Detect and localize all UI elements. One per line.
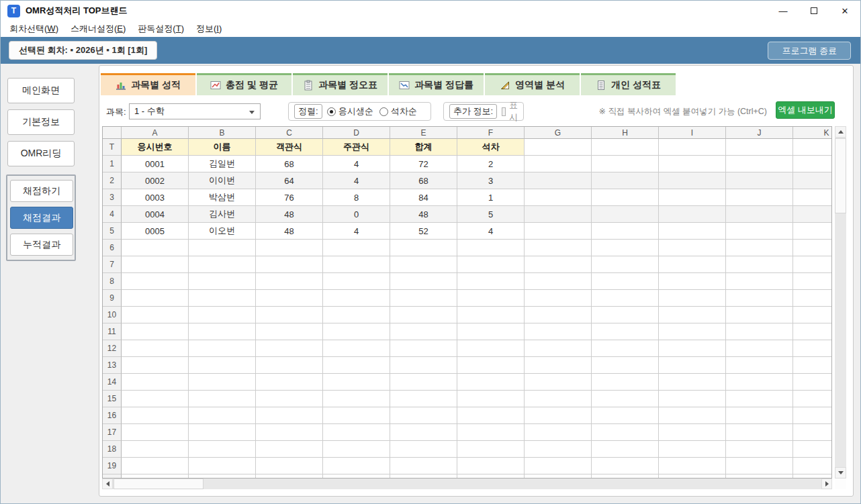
cell-A18[interactable] — [122, 441, 189, 458]
cell-C5[interactable]: 48 — [256, 223, 323, 240]
cell-I1[interactable] — [659, 156, 726, 172]
vertical-scrollbar-thumb[interactable] — [835, 138, 846, 213]
menu-item-4[interactable]: 정보(I) — [190, 21, 228, 37]
cell-F9[interactable] — [457, 290, 525, 307]
cell-I9[interactable] — [659, 290, 726, 307]
cell-K14[interactable] — [793, 374, 832, 391]
header-cell-I[interactable] — [659, 139, 726, 156]
cell-B16[interactable] — [189, 407, 256, 424]
cell-A6[interactable] — [122, 240, 189, 256]
cell-G3[interactable] — [525, 189, 592, 206]
cell-F18[interactable] — [457, 441, 525, 458]
row-number[interactable]: 2 — [103, 172, 122, 189]
column-header-D[interactable]: D — [323, 127, 390, 139]
cell-D2[interactable]: 4 — [323, 172, 390, 189]
cell-J2[interactable] — [726, 172, 793, 189]
cell-C11[interactable] — [256, 323, 323, 340]
cell-D12[interactable] — [323, 340, 390, 357]
cell-D6[interactable] — [323, 240, 390, 256]
cell-K5[interactable] — [793, 223, 832, 240]
cell-H19[interactable] — [592, 458, 659, 474]
cell-D11[interactable] — [323, 323, 390, 340]
cell-G1[interactable] — [525, 156, 592, 172]
cell-D16[interactable] — [323, 407, 390, 424]
cell-E17[interactable] — [390, 424, 457, 441]
cell-J15[interactable] — [726, 391, 793, 407]
cell-G4[interactable] — [525, 206, 592, 223]
cell-K9[interactable] — [793, 290, 832, 307]
program-exit-button[interactable]: 프로그램 종료 — [768, 42, 851, 60]
cell-F4[interactable]: 5 — [457, 206, 525, 223]
cell-E5[interactable]: 52 — [390, 223, 457, 240]
cell-I18[interactable] — [659, 441, 726, 458]
row-number[interactable]: 19 — [103, 458, 122, 474]
cell-A17[interactable] — [122, 424, 189, 441]
cell-J4[interactable] — [726, 206, 793, 223]
cell-K12[interactable] — [793, 340, 832, 357]
cell-A3[interactable]: 0003 — [122, 189, 189, 206]
sidebar-item-group-3[interactable]: 누적결과 — [10, 234, 73, 256]
cell-H4[interactable] — [592, 206, 659, 223]
cell-F5[interactable]: 4 — [457, 223, 525, 240]
cell-B13[interactable] — [189, 357, 256, 374]
cell-A11[interactable] — [122, 323, 189, 340]
cell-I13[interactable] — [659, 357, 726, 374]
cell-G12[interactable] — [525, 340, 592, 357]
cell-B19[interactable] — [189, 458, 256, 474]
cell-I15[interactable] — [659, 391, 726, 407]
subject-dropdown[interactable]: 1 - 수학 — [129, 103, 261, 119]
cell-E13[interactable] — [390, 357, 457, 374]
cell-D9[interactable] — [323, 290, 390, 307]
cell-H2[interactable] — [592, 172, 659, 189]
cell-K18[interactable] — [793, 441, 832, 458]
cell-G18[interactable] — [525, 441, 592, 458]
row-number[interactable]: 12 — [103, 340, 122, 357]
cell-A1[interactable]: 0001 — [122, 156, 189, 172]
cell-K10[interactable] — [793, 307, 832, 323]
cell-F12[interactable] — [457, 340, 525, 357]
cell-C9[interactable] — [256, 290, 323, 307]
cell-F17[interactable] — [457, 424, 525, 441]
cell-I10[interactable] — [659, 307, 726, 323]
cell-E6[interactable] — [390, 240, 457, 256]
cell-C16[interactable] — [256, 407, 323, 424]
cell-A12[interactable] — [122, 340, 189, 357]
cell-H5[interactable] — [592, 223, 659, 240]
cell-G9[interactable] — [525, 290, 592, 307]
cell-K11[interactable] — [793, 323, 832, 340]
cell-I4[interactable] — [659, 206, 726, 223]
cell-E7[interactable] — [390, 256, 457, 273]
cell-E11[interactable] — [390, 323, 457, 340]
row-number[interactable]: 3 — [103, 189, 122, 206]
cell-G7[interactable] — [525, 256, 592, 273]
row-number[interactable]: 17 — [103, 424, 122, 441]
cell-F6[interactable] — [457, 240, 525, 256]
header-cell-B[interactable]: 이름 — [189, 139, 256, 156]
sidebar-item-3[interactable]: OMR리딩 — [7, 141, 75, 166]
cell-B9[interactable] — [189, 290, 256, 307]
scroll-down-button[interactable] — [835, 467, 846, 478]
menu-item-2[interactable]: 스캐너설정(E) — [64, 21, 132, 37]
header-cell-H[interactable] — [592, 139, 659, 156]
grid-corner-cell[interactable]: T — [103, 139, 122, 156]
cell-G10[interactable] — [525, 307, 592, 323]
sort-option-2[interactable]: 석차순 — [379, 105, 417, 117]
cell-A16[interactable] — [122, 407, 189, 424]
row-number[interactable]: 14 — [103, 374, 122, 391]
cell-C7[interactable] — [256, 256, 323, 273]
cell-A7[interactable] — [122, 256, 189, 273]
cell-J13[interactable] — [726, 357, 793, 374]
cell-F15[interactable] — [457, 391, 525, 407]
cell-I6[interactable] — [659, 240, 726, 256]
cell-D3[interactable]: 8 — [323, 189, 390, 206]
cell-K3[interactable] — [793, 189, 832, 206]
maximize-button[interactable] — [799, 1, 829, 21]
tab-1[interactable]: 과목별 성적 — [101, 73, 195, 95]
cell-J8[interactable] — [726, 273, 793, 290]
cell-A5[interactable]: 0005 — [122, 223, 189, 240]
cell-F14[interactable] — [457, 374, 525, 391]
cell-I5[interactable] — [659, 223, 726, 240]
cell-K8[interactable] — [793, 273, 832, 290]
cell-C15[interactable] — [256, 391, 323, 407]
cell-D17[interactable] — [323, 424, 390, 441]
